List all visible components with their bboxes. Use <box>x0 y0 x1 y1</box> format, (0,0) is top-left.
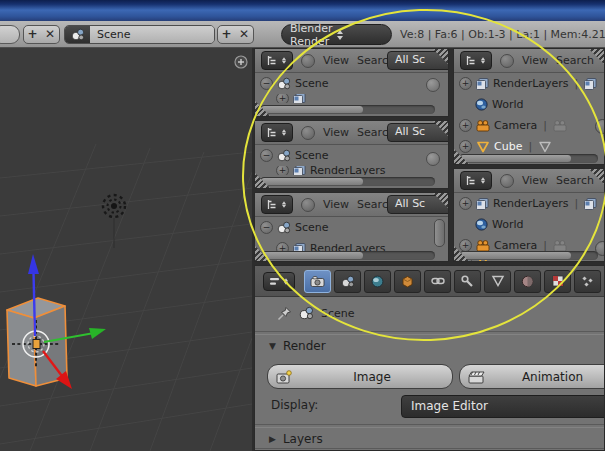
tab-scene[interactable] <box>334 270 361 293</box>
outliner-panel-2: View Search All Sc − Scene + RenderLayer… <box>254 120 449 189</box>
expand-icon[interactable]: + <box>459 140 472 153</box>
outliner-row-scene[interactable]: − Scene <box>255 217 448 238</box>
collapse-icon[interactable]: − <box>260 77 273 90</box>
scene-icon <box>277 149 291 162</box>
vertical-scrollbar[interactable] <box>434 219 445 247</box>
editor-type-button[interactable] <box>261 51 293 70</box>
view-menu[interactable]: View <box>323 54 349 67</box>
search-menu[interactable]: Search <box>556 174 594 187</box>
info-header: + ✕ Scene + ✕ Blender Render Ve:8 | Fa:6… <box>0 21 605 48</box>
editor-type-button[interactable] <box>261 195 293 214</box>
horizontal-scrollbar[interactable] <box>260 177 435 186</box>
scene-icon <box>277 221 291 234</box>
window-titlebar[interactable] <box>0 0 605 21</box>
tab-data[interactable] <box>484 270 511 293</box>
delete-screen-button[interactable]: ✕ <box>41 25 60 44</box>
tab-render[interactable] <box>304 270 331 293</box>
outliner-row-camera[interactable]: + Camera | <box>454 115 604 136</box>
view-menu[interactable]: View <box>522 54 548 67</box>
expand-icon[interactable]: + <box>459 197 472 210</box>
outliner-header: View Search All Sc <box>255 121 448 145</box>
constraints-tab-icon <box>431 275 445 287</box>
editor-type-button[interactable] <box>263 272 295 291</box>
display-label: Display: <box>271 398 318 412</box>
filter-toggle-icon[interactable] <box>301 54 315 68</box>
scene-name-field[interactable]: Scene <box>90 26 214 43</box>
panel-separator <box>255 424 604 428</box>
tab-particles[interactable] <box>574 270 601 293</box>
editor-type-button[interactable] <box>261 123 293 142</box>
outliner-row-scene[interactable]: − Scene <box>255 73 448 94</box>
pin-icon[interactable] <box>277 306 292 321</box>
view-menu[interactable]: View <box>323 198 349 211</box>
delete-scene-button[interactable]: ✕ <box>235 25 254 44</box>
render-image-button[interactable]: Image <box>267 364 453 389</box>
animation-clapper-icon <box>468 370 485 384</box>
tab-object[interactable] <box>394 270 421 293</box>
search-menu[interactable]: Search <box>556 54 594 67</box>
outliner-row-scene[interactable]: − Scene <box>255 145 448 166</box>
particles-tab-icon <box>581 275 594 288</box>
filter-toggle-icon[interactable] <box>500 174 514 188</box>
outliner-row-clipped[interactable]: + RenderLayers <box>255 166 448 175</box>
horizontal-scrollbar[interactable] <box>260 251 435 260</box>
triangle-down-icon: ▼ <box>269 341 276 351</box>
screen-layout-field[interactable] <box>0 25 20 44</box>
outliner-row-renderlayers[interactable]: + RenderLayers | <box>454 73 604 94</box>
layers-panel-header[interactable]: ▶ Layers <box>269 432 323 446</box>
restrict-column-icon[interactable] <box>595 119 605 134</box>
tab-texture[interactable] <box>544 270 571 293</box>
render-panel-header[interactable]: ▼ Render <box>269 339 326 353</box>
scene-selector[interactable]: Scene <box>64 25 215 44</box>
add-screen-button[interactable]: + <box>23 25 42 44</box>
scene-icon <box>65 26 90 43</box>
panel-separator <box>255 331 604 335</box>
outliner-row-renderlayers[interactable]: + RenderLayers | <box>454 193 604 214</box>
filter-toggle-icon[interactable] <box>301 198 315 212</box>
outliner-row-world[interactable]: World <box>454 94 604 115</box>
tab-world[interactable] <box>364 270 391 293</box>
blender-window: + ✕ Scene + ✕ Blender Render Ve:8 | Fa:6… <box>0 0 605 451</box>
horizontal-scrollbar[interactable] <box>260 105 435 114</box>
world-icon <box>475 98 488 111</box>
expand-icon[interactable]: + <box>276 94 289 103</box>
scrollbar-knob[interactable] <box>426 78 440 92</box>
render-animation-button[interactable]: Animation <box>459 364 605 389</box>
outliner-header: View Search <box>454 169 604 193</box>
filter-toggle-icon[interactable] <box>301 126 315 140</box>
region-expand-icon[interactable] <box>235 56 247 68</box>
collapse-icon[interactable]: − <box>260 149 273 162</box>
material-tab-icon <box>521 275 534 288</box>
context-breadcrumb[interactable]: Scene <box>321 307 355 320</box>
add-scene-button[interactable]: + <box>217 25 236 44</box>
filter-toggle-icon[interactable] <box>500 54 514 68</box>
display-mode-dropdown[interactable]: Image Editor <box>401 395 605 418</box>
properties-context-row: Scene <box>255 296 604 330</box>
view-menu[interactable]: View <box>323 126 349 139</box>
triangle-right-icon: ▶ <box>269 434 276 444</box>
viewport-scene-graphic <box>0 48 252 451</box>
expand-icon[interactable]: + <box>276 166 289 175</box>
render-engine-dropdown[interactable]: Blender Render <box>281 24 392 45</box>
tab-constraints[interactable] <box>424 270 451 293</box>
render-tab-icon <box>310 275 325 288</box>
outliner-panel-4: View Search + RenderLayers | World + Cam… <box>453 48 605 165</box>
horizontal-scrollbar[interactable] <box>459 251 598 260</box>
collapse-icon[interactable]: − <box>260 221 273 234</box>
outliner-row-world[interactable]: World <box>454 214 604 235</box>
scene-icon <box>277 77 291 90</box>
tab-modifiers[interactable] <box>454 270 481 293</box>
view-menu[interactable]: View <box>522 174 548 187</box>
editor-type-button[interactable] <box>460 171 492 190</box>
expand-icon[interactable]: + <box>459 119 472 132</box>
tab-material[interactable] <box>514 270 541 293</box>
horizontal-scrollbar[interactable] <box>459 154 598 163</box>
viewport-3d[interactable] <box>0 48 252 451</box>
outliner-row-clipped[interactable]: + <box>255 94 448 103</box>
renderlayers-icon <box>293 94 306 103</box>
scrollbar-knob[interactable] <box>426 152 440 166</box>
dropdown-arrows-icon <box>337 30 384 40</box>
expand-icon[interactable]: + <box>459 77 472 90</box>
editor-type-button[interactable] <box>460 51 492 70</box>
renderlayers-icon <box>293 166 306 175</box>
